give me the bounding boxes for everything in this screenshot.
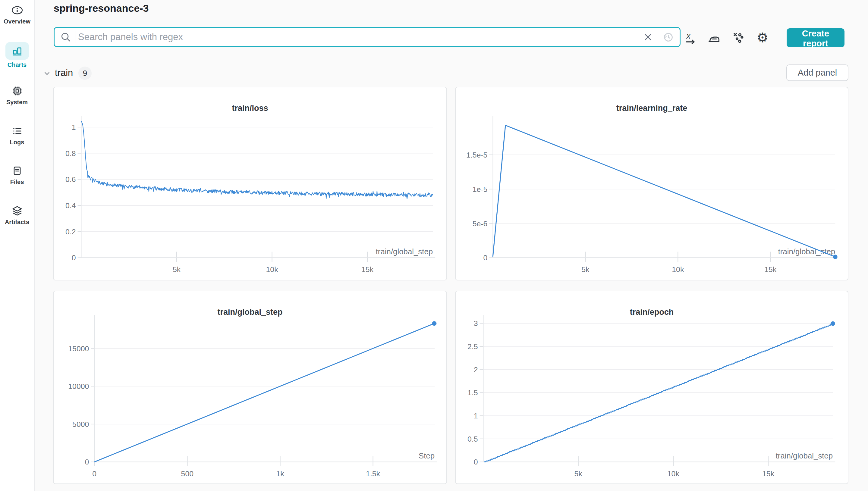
svg-text:0.6: 0.6 (65, 175, 76, 183)
logs-icon (11, 125, 23, 137)
svg-text:0.2: 0.2 (65, 228, 76, 236)
svg-text:0: 0 (483, 254, 488, 262)
artifacts-icon (11, 205, 23, 217)
svg-text:0: 0 (92, 470, 96, 478)
svg-text:5k: 5k (575, 470, 583, 478)
panel-train-global-step[interactable]: train/global_step 05000100001500005001k1… (53, 291, 447, 484)
svg-text:2: 2 (474, 366, 478, 374)
sidebar-item-label: Files (0, 179, 34, 185)
sidebar-item-overview[interactable]: Overview (0, 4, 34, 25)
page-title: spring-resonance-3 (54, 2, 149, 14)
active-pill (5, 42, 29, 60)
svg-text:0: 0 (72, 254, 76, 262)
files-icon (11, 165, 23, 177)
line-chart-train-loss: 00.20.40.60.815k10k15ktrain/global_step (54, 87, 446, 280)
add-panel-button[interactable]: Add panel (786, 64, 848, 81)
svg-text:1: 1 (474, 412, 478, 420)
svg-text:1.5e-5: 1.5e-5 (466, 151, 487, 159)
svg-text:15000: 15000 (68, 345, 89, 353)
svg-text:1: 1 (72, 123, 76, 131)
svg-text:Step: Step (419, 452, 435, 460)
panel-train-epoch[interactable]: train/epoch 00.511.522.535k10k15ktrain/g… (455, 291, 848, 484)
search-panels-input[interactable] (78, 31, 639, 43)
svg-text:1.5: 1.5 (468, 388, 478, 397)
svg-text:1k: 1k (276, 470, 284, 478)
sidebar-item-logs[interactable]: Logs (0, 125, 34, 146)
svg-text:0.5: 0.5 (468, 435, 478, 443)
chevron-down-icon[interactable] (42, 69, 52, 78)
x-axis-icon: x (683, 31, 697, 45)
svg-text:10k: 10k (672, 265, 684, 273)
svg-text:0.8: 0.8 (65, 149, 76, 157)
line-chart-train-global-step: 05000100001500005001k1.5kStep (54, 291, 446, 484)
info-icon (11, 4, 23, 16)
svg-text:15k: 15k (764, 265, 777, 273)
sidebar: Overview Charts System (0, 0, 35, 491)
svg-text:train/global_step: train/global_step (376, 247, 433, 256)
svg-text:5k: 5k (581, 265, 589, 273)
svg-text:0: 0 (85, 458, 89, 466)
line-chart-train-learning-rate: 05e-61e-51.5e-55k10k15ktrain/global_step (456, 87, 848, 280)
svg-text:500: 500 (181, 470, 194, 478)
svg-text:train/global_step: train/global_step (778, 247, 836, 256)
search-icon (60, 31, 72, 43)
sidebar-item-label: Overview (0, 18, 34, 25)
sidebar-item-label: Artifacts (0, 219, 34, 226)
outliers-scatter-icon (731, 31, 745, 45)
history-icon[interactable] (662, 31, 674, 43)
settings-gear-icon: ⚙ (756, 31, 768, 45)
svg-text:10k: 10k (667, 470, 680, 478)
svg-text:0: 0 (474, 458, 478, 466)
clear-x-icon[interactable] (642, 31, 654, 43)
section-name[interactable]: train (55, 67, 73, 78)
sidebar-item-label: Logs (0, 139, 34, 146)
x-axis-settings-button[interactable]: x (683, 31, 697, 45)
sidebar-item-label: Charts (0, 61, 34, 68)
smoothing-settings-button[interactable] (707, 31, 721, 45)
svg-text:5e-6: 5e-6 (473, 220, 488, 228)
svg-text:15k: 15k (762, 470, 775, 478)
panel-train-learning-rate[interactable]: train/learning_rate 05e-61e-51.5e-55k10k… (455, 87, 848, 281)
svg-text:train/global_step: train/global_step (776, 452, 833, 460)
svg-text:1e-5: 1e-5 (473, 185, 488, 193)
svg-text:3: 3 (474, 319, 478, 327)
svg-text:15k: 15k (361, 265, 374, 273)
smoothing-iron-icon (707, 31, 721, 45)
svg-text:x: x (686, 31, 691, 40)
sidebar-item-label: System (0, 99, 34, 106)
sidebar-item-charts[interactable]: Charts (0, 42, 34, 68)
text-caret (76, 31, 76, 43)
section-count-badge: 9 (78, 66, 92, 80)
svg-text:5000: 5000 (72, 420, 89, 428)
sidebar-item-system[interactable]: System (0, 85, 34, 106)
sidebar-item-files[interactable]: Files (0, 165, 34, 185)
create-report-button[interactable]: Create report (787, 28, 844, 47)
svg-text:2.5: 2.5 (468, 343, 478, 351)
charts-icon (11, 45, 23, 57)
cpu-icon (11, 85, 23, 97)
svg-text:5k: 5k (173, 265, 181, 273)
sidebar-item-artifacts[interactable]: Artifacts (0, 205, 34, 226)
panel-train-loss[interactable]: train/loss 00.20.40.60.815k10k15ktrain/g… (53, 87, 447, 281)
svg-text:10k: 10k (266, 265, 279, 273)
workspace-settings-button[interactable]: ⚙ (756, 31, 769, 45)
search-panels-box (54, 27, 680, 47)
svg-text:10000: 10000 (68, 382, 89, 391)
line-chart-train-epoch: 00.511.522.535k10k15ktrain/global_step (456, 291, 848, 484)
svg-text:0.4: 0.4 (65, 202, 76, 210)
svg-text:1.5k: 1.5k (366, 470, 380, 478)
outliers-settings-button[interactable] (731, 31, 745, 45)
